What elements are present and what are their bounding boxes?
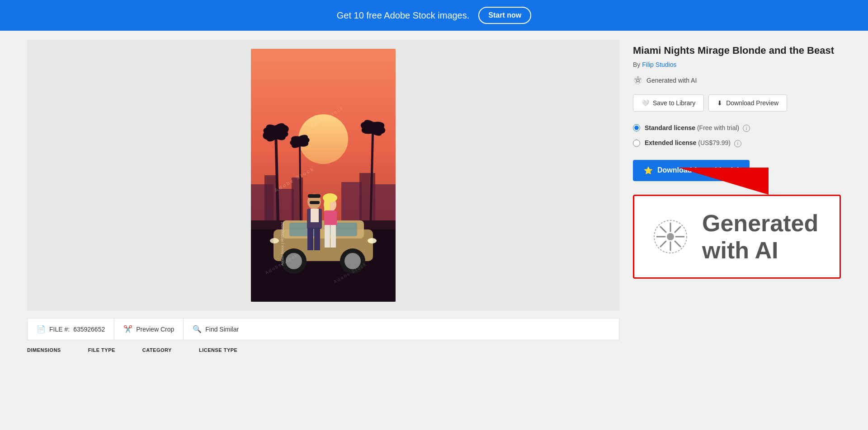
save-label: Save to Library: [653, 99, 695, 107]
svg-rect-36: [324, 198, 330, 211]
find-similar-button[interactable]: 🔍 Find Similar: [184, 318, 248, 340]
banner-text: Get 10 free Adobe Stock images.: [337, 10, 470, 21]
standard-license-option[interactable]: Standard license (Free with trial) i: [633, 121, 841, 136]
download-preview-label: Download Preview: [726, 99, 778, 107]
svg-rect-45: [314, 228, 320, 250]
svg-rect-37: [324, 210, 337, 226]
file-type-meta: FILE TYPE: [88, 347, 115, 355]
file-type-label: FILE TYPE: [88, 347, 115, 353]
svg-line-63: [675, 227, 680, 232]
license-options: Standard license (Free with trial) i Ext…: [633, 121, 841, 151]
image-author: By Filip Studios: [633, 61, 841, 68]
image-container: Adobe Stock Adobe Stock Adobe Stock Adob…: [27, 40, 619, 311]
file-icon: 📄: [37, 325, 46, 333]
svg-line-18: [300, 139, 301, 220]
svg-rect-7: [359, 173, 375, 220]
extended-license-info-icon[interactable]: i: [734, 140, 741, 147]
dimensions-label: DIMENSIONS: [27, 347, 61, 353]
crop-icon: ✂️: [123, 325, 132, 333]
download-trial-button[interactable]: ⭐ Download free with trial: [633, 160, 750, 181]
svg-point-56: [667, 233, 674, 240]
standard-license-radio[interactable]: [633, 124, 640, 131]
extended-license-radio[interactable]: [633, 140, 640, 147]
download-preview-button[interactable]: ⬇ Download Preview: [708, 94, 787, 112]
svg-rect-46: [310, 201, 320, 204]
save-to-library-button[interactable]: 🤍 Save to Library: [633, 94, 704, 112]
find-similar-label: Find Similar: [205, 326, 239, 333]
category-meta: CATEGORY: [142, 347, 172, 355]
ai-icon-large: [652, 219, 689, 255]
image-title: Miami Nights Mirage Blonde and the Beast: [633, 44, 841, 57]
ai-badge-label: Generated with AI: [646, 77, 697, 84]
svg-rect-38: [325, 225, 330, 248]
svg-line-62: [675, 241, 680, 247]
svg-line-64: [660, 241, 666, 247]
svg-rect-8: [373, 184, 396, 220]
action-buttons: 🤍 Save to Library ⬇ Download Preview: [633, 94, 841, 112]
start-now-button[interactable]: Start now: [478, 7, 531, 24]
main-content: Adobe Stock Adobe Stock Adobe Stock Adob…: [0, 31, 868, 430]
standard-license-label: Standard license: [645, 124, 695, 131]
image-area: Adobe Stock Adobe Stock Adobe Stock Adob…: [27, 40, 619, 421]
extended-license-sub: (US$79.99): [698, 139, 731, 146]
annotation-container: Generated with AI: [633, 195, 841, 279]
standard-license-sub: (Free with trial): [697, 124, 739, 131]
ai-callout-box: Generated with AI: [633, 195, 841, 279]
right-panel: Miami Nights Mirage Blonde and the Beast…: [633, 40, 841, 421]
top-banner: Get 10 free Adobe Stock images. Start no…: [0, 0, 868, 31]
svg-line-61: [660, 227, 666, 232]
ai-badge-row: Generated with AI: [633, 75, 841, 85]
author-prefix: By: [633, 61, 640, 68]
ai-icon-small: [633, 75, 643, 85]
svg-text:Adobe Stock | #635926652: Adobe Stock | #635926652: [280, 222, 284, 266]
svg-rect-41: [308, 194, 321, 198]
license-type-meta: LICENSE TYPE: [199, 347, 237, 355]
preview-crop-button[interactable]: ✂️ Preview Crop: [114, 318, 184, 340]
file-number: 635926652: [73, 326, 105, 333]
heart-icon: 🤍: [642, 99, 649, 107]
metadata-row: DIMENSIONS FILE TYPE CATEGORY LICENSE TY…: [27, 340, 619, 355]
category-label: CATEGORY: [142, 347, 172, 353]
download-icon: ⬇: [717, 99, 722, 107]
extended-license-label: Extended license: [645, 139, 696, 146]
similar-icon: 🔍: [193, 325, 202, 333]
stock-image: Adobe Stock Adobe Stock Adobe Stock Adob…: [251, 49, 396, 302]
svg-point-53: [634, 76, 642, 84]
extended-license-option[interactable]: Extended license (US$79.99) i: [633, 136, 841, 151]
svg-rect-44: [307, 228, 313, 250]
author-link[interactable]: Filip Studios: [642, 61, 676, 68]
svg-point-33: [270, 238, 279, 243]
dimensions-meta: DIMENSIONS: [27, 347, 61, 355]
svg-rect-39: [330, 225, 336, 248]
svg-rect-6: [341, 182, 362, 220]
file-number-button[interactable]: 📄 FILE #: 635926652: [28, 318, 114, 340]
file-label: FILE #:: [49, 326, 70, 333]
bottom-toolbar: 📄 FILE #: 635926652 ✂️ Preview Crop 🔍 Fi…: [27, 318, 619, 340]
svg-rect-43: [311, 209, 319, 222]
preview-crop-label: Preview Crop: [136, 326, 174, 333]
svg-point-32: [368, 238, 377, 243]
license-type-label: LICENSE TYPE: [199, 347, 237, 353]
download-trial-label: Download free with trial: [657, 166, 739, 174]
ai-callout-label: Generated with AI: [702, 210, 821, 264]
standard-license-info-icon[interactable]: i: [743, 125, 750, 132]
download-trial-icon: ⭐: [644, 166, 653, 175]
